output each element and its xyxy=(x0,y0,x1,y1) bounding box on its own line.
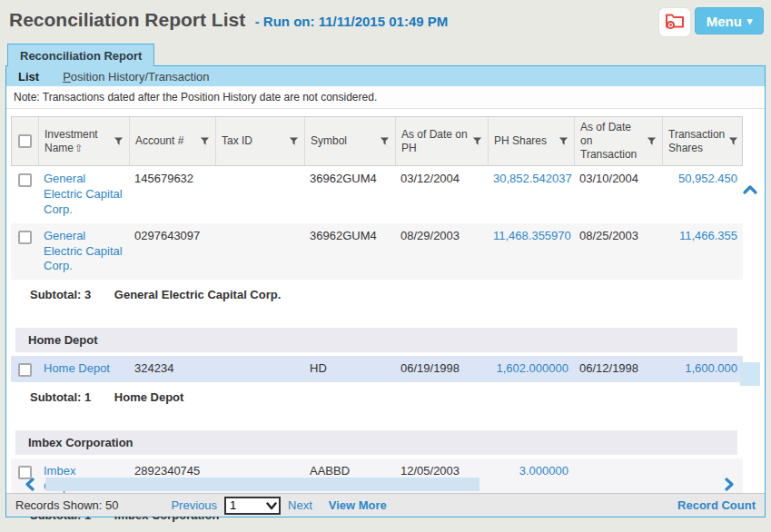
filter-icon[interactable] xyxy=(558,136,568,146)
filter-icon[interactable] xyxy=(472,136,482,146)
column-label: As of Date on Transaction xyxy=(580,121,644,162)
row-checkbox[interactable] xyxy=(18,363,32,377)
group-subtotal: Subtotal: 3 General Electric Capital Cor… xyxy=(11,280,743,310)
next-page-link[interactable]: Next xyxy=(288,498,312,512)
ph-shares-link[interactable]: 1,602.000000 xyxy=(488,356,574,382)
reconciliation-table: Investment Name⇧ Account # Tax ID Symbol… xyxy=(11,116,743,530)
as-of-date-transaction-cell: 06/12/1998 xyxy=(574,356,662,382)
column-label: PH Shares xyxy=(494,134,547,148)
column-label: Transaction Shares xyxy=(668,128,726,155)
sort-ascending-icon: ⇧ xyxy=(74,143,83,154)
as-of-date-transaction-cell: 03/10/2004 xyxy=(574,166,662,192)
view-more-link[interactable]: View More xyxy=(329,498,387,512)
filter-icon[interactable] xyxy=(647,136,657,146)
table-row[interactable]: General Electric Capital Corp. 029764309… xyxy=(11,223,743,281)
table-row[interactable]: General Electric Capital Corp. 145679632… xyxy=(11,166,743,223)
column-header-account[interactable]: Account # xyxy=(130,117,216,165)
tax-id-cell xyxy=(215,356,304,367)
report-container: List Position History/Transaction Note: … xyxy=(5,65,766,517)
record-count-link[interactable]: Record Count xyxy=(677,498,756,512)
table-row[interactable]: Home Depot 324234 HD 06/19/1998 1,602.00… xyxy=(11,356,743,382)
column-header-transaction-shares[interactable]: Transaction Shares xyxy=(663,117,744,165)
as-of-date-transaction-cell xyxy=(574,458,662,469)
account-cell: 145679632 xyxy=(129,166,215,192)
as-of-date-transaction-cell: 08/25/2003 xyxy=(574,223,662,250)
tax-id-cell xyxy=(215,166,304,177)
transaction-shares-link[interactable] xyxy=(662,458,743,469)
tax-id-cell xyxy=(215,458,304,469)
subtab-position-history-transaction[interactable]: Position History/Transaction xyxy=(63,70,209,84)
row-checkbox[interactable] xyxy=(18,231,32,244)
tab-reconciliation-report[interactable]: Reconciliation Report xyxy=(7,44,154,66)
account-cell: 324234 xyxy=(129,356,215,382)
symbol-cell: 36962GUM4 xyxy=(304,223,395,250)
transaction-shares-link[interactable]: 50,952.450 xyxy=(662,166,743,192)
row-checkbox[interactable] xyxy=(18,173,32,187)
chevron-down-icon: ▾ xyxy=(747,15,753,27)
symbol-cell: HD xyxy=(304,356,395,382)
records-shown-label: Records Shown: 50 xyxy=(15,498,118,512)
subtotal-count: Subtotal: 1 xyxy=(30,390,91,404)
menu-button[interactable]: Menu ▾ xyxy=(695,7,764,34)
filter-icon[interactable] xyxy=(380,136,390,146)
column-header-as-of-date-transaction[interactable]: As of Date on Transaction xyxy=(575,117,663,165)
tax-id-cell xyxy=(215,223,304,234)
column-label: As of Date on PH xyxy=(401,128,470,155)
column-label: Symbol xyxy=(311,134,347,148)
as-of-date-ph-cell: 03/12/2004 xyxy=(395,166,488,192)
table-header-row: Investment Name⇧ Account # Tax ID Symbol… xyxy=(11,116,743,166)
vertical-scrollbar-thumb[interactable] xyxy=(740,362,760,386)
column-header-symbol[interactable]: Symbol xyxy=(305,117,396,165)
note-bar: Note: Transactions dated after the Posit… xyxy=(6,86,765,109)
group-header: Home Depot xyxy=(15,328,737,352)
column-header-investment-name[interactable]: Investment Name⇧ xyxy=(39,117,130,165)
pagination-footer: Records Shown: 50 Previous 1 Next View M… xyxy=(6,493,765,517)
column-header-as-of-date-ph[interactable]: As of Date on PH xyxy=(396,117,489,165)
page-title: Reconciliation Report List xyxy=(9,9,245,30)
as-of-date-ph-cell: 08/29/2003 xyxy=(395,223,488,250)
column-label: Tax ID xyxy=(222,134,252,148)
as-of-date-ph-cell: 06/19/1998 xyxy=(395,356,488,382)
page-select-wrap: 1 xyxy=(224,497,281,515)
chevron-up-icon[interactable] xyxy=(742,182,758,199)
filter-icon[interactable] xyxy=(200,136,210,146)
red-folder-gear-icon xyxy=(665,12,685,34)
menu-button-label: Menu xyxy=(707,14,742,29)
select-all-checkbox[interactable] xyxy=(18,134,32,148)
investment-name-link[interactable]: Home Depot xyxy=(38,356,129,382)
page-number-select[interactable]: 1 xyxy=(224,497,281,515)
filter-icon[interactable] xyxy=(289,136,299,146)
investment-name-link[interactable]: General Electric Capital Corp. xyxy=(38,223,129,281)
report-manager-button[interactable] xyxy=(658,7,691,37)
subtotal-name: General Electric Capital Corp. xyxy=(114,288,282,301)
filter-icon[interactable] xyxy=(728,136,738,146)
ph-shares-link[interactable]: 30,852.542037 xyxy=(488,166,574,192)
investment-name-link[interactable]: General Electric Capital Corp. xyxy=(38,166,129,223)
symbol-cell: 36962GUM4 xyxy=(304,166,395,192)
previous-page-link[interactable]: Previous xyxy=(171,498,217,512)
transaction-shares-link[interactable]: 1,600.000 xyxy=(662,356,743,382)
group-subtotal: Subtotal: 1 Home Depot xyxy=(11,382,743,412)
select-all-checkbox-cell xyxy=(12,117,39,165)
subtotal-name: Home Depot xyxy=(114,390,184,404)
horizontal-scrollbar-thumb[interactable] xyxy=(45,478,479,491)
group-header: Imbex Corporation xyxy=(15,430,737,455)
vertical-scrollbar xyxy=(738,182,762,520)
page-header: Reconciliation Report List - Run on: 11/… xyxy=(9,9,448,31)
horizontal-scrollbar xyxy=(11,477,743,492)
column-label: Investment Name xyxy=(44,128,98,154)
subtab-bar: List Position History/Transaction xyxy=(6,66,765,86)
run-on-timestamp: - Run on: 11/11/2015 01:49 PM xyxy=(255,14,449,29)
ph-shares-link[interactable]: 11,468.355970 xyxy=(488,223,574,250)
reconciliation-report-screen: Reconciliation Report List - Run on: 11/… xyxy=(0,0,771,532)
column-header-tax-id[interactable]: Tax ID xyxy=(216,117,305,165)
subtab-list[interactable]: List xyxy=(18,70,39,84)
tab-label: Reconciliation Report xyxy=(20,49,142,63)
transaction-shares-link[interactable]: 11,466.355 xyxy=(662,223,743,250)
filter-icon[interactable] xyxy=(114,136,124,146)
column-label: Account # xyxy=(135,134,183,148)
subtotal-count: Subtotal: 3 xyxy=(30,288,91,301)
column-header-ph-shares[interactable]: PH Shares xyxy=(489,117,575,165)
account-cell: 0297643097 xyxy=(129,223,215,250)
